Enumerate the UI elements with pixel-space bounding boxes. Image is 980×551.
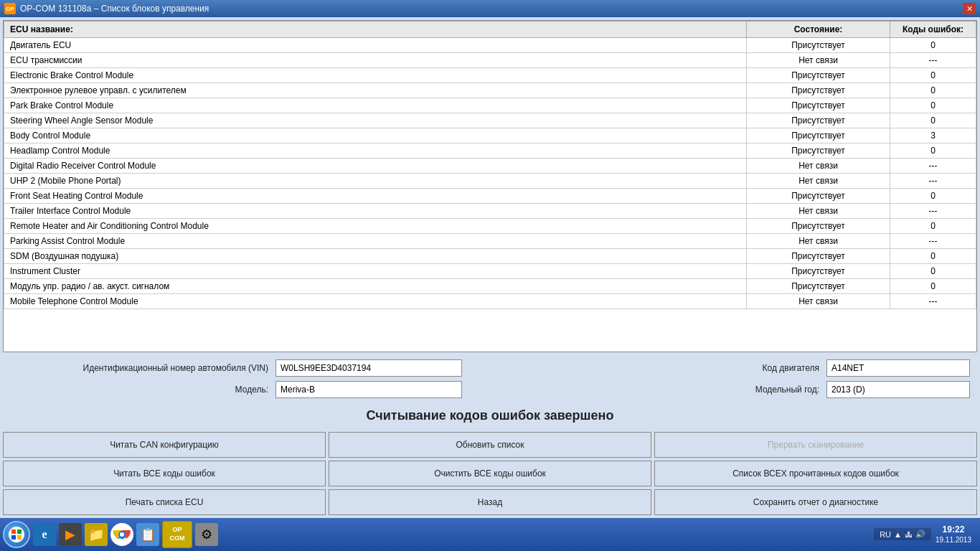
all-read-errors-button[interactable]: Список ВСЕХ прочитанных кодов ошибок: [654, 461, 977, 486]
file-manager-icon[interactable]: 📋: [136, 523, 159, 546]
ecu-table-container: ECU название: Состояние: Коды ошибок: Дв…: [3, 20, 977, 352]
ecu-errors-cell: 0: [890, 249, 976, 264]
clock-time: 19:22: [936, 524, 971, 536]
ecu-status-cell: Нет связи: [747, 53, 890, 68]
ecu-status-cell: Присутствует: [747, 38, 890, 53]
table-row[interactable]: SDM (Воздушная подушка)Присутствует0: [4, 249, 976, 264]
read-can-button[interactable]: Читать CAN конфигурацию: [3, 432, 326, 458]
ecu-errors-cell: 3: [890, 128, 976, 143]
stop-scan-button[interactable]: Прервать сканирование: [654, 432, 977, 458]
media-player-icon[interactable]: ▶: [59, 523, 82, 546]
ecu-errors-cell: ---: [890, 294, 976, 309]
table-row[interactable]: Electronic Brake Control ModuleПрисутств…: [4, 68, 976, 83]
app-icon: OP: [4, 3, 16, 14]
ecu-status-cell: Присутствует: [747, 219, 890, 234]
ecu-name-cell: Двигатель ECU: [4, 38, 747, 53]
print-ecu-button[interactable]: Печать списка ECU: [3, 489, 326, 515]
main-content: ECU название: Состояние: Коды ошибок: Дв…: [0, 17, 980, 432]
table-row[interactable]: UHP 2 (Mobile Phone Portal)Нет связи---: [4, 174, 976, 189]
svg-point-7: [120, 532, 124, 537]
close-button[interactable]: ✕: [963, 3, 976, 14]
info-row-vin: Идентификационный номер автомобиля (VIN)…: [10, 359, 970, 377]
ecu-status-cell: Присутствует: [747, 264, 890, 279]
model-year-input[interactable]: [826, 381, 970, 398]
ecu-name-cell: Remote Heater and Air Conditioning Contr…: [4, 219, 747, 234]
ecu-status-cell: Присутствует: [747, 113, 890, 128]
ecu-name-cell: UHP 2 (Mobile Phone Portal): [4, 174, 747, 189]
info-section: Идентификационный номер автомобиля (VIN)…: [3, 355, 977, 402]
ecu-errors-cell: 0: [890, 98, 976, 113]
table-row[interactable]: ECU трансмиссииНет связи---: [4, 53, 976, 68]
settings-icon[interactable]: ⚙: [195, 523, 218, 546]
ecu-name-cell: SDM (Воздушная подушка): [4, 249, 747, 264]
ecu-name-cell: Instrument Cluster: [4, 264, 747, 279]
table-row[interactable]: Park Brake Control ModuleПрисутствует0: [4, 98, 976, 113]
svg-rect-2: [11, 535, 16, 540]
clock: 19:22 19.11.2013: [936, 524, 971, 546]
ecu-name-cell: ECU трансмиссии: [4, 53, 747, 68]
read-all-errors-button[interactable]: Читать ВСЕ коды ошибок: [3, 461, 326, 486]
table-header-row: ECU название: Состояние: Коды ошибок:: [4, 22, 976, 38]
table-row[interactable]: Instrument ClusterПрисутствует0: [4, 264, 976, 279]
svg-rect-1: [17, 529, 22, 534]
op-com-taskbar-button[interactable]: OP COM: [162, 521, 192, 548]
ecu-errors-cell: ---: [890, 159, 976, 174]
model-input[interactable]: [275, 381, 462, 398]
ecu-name-cell: Parking Assist Control Module: [4, 234, 747, 249]
taskbar-right: RU ▲ 🖧 🔊 19:22 19.11.2013: [874, 524, 977, 546]
col-errors: Коды ошибок:: [890, 22, 976, 38]
vin-input[interactable]: [275, 359, 462, 377]
ecu-errors-cell: 0: [890, 264, 976, 279]
ecu-name-cell: Steering Wheel Angle Sensor Module: [4, 113, 747, 128]
ecu-status-cell: Нет связи: [747, 204, 890, 219]
svg-rect-0: [11, 529, 16, 534]
table-row[interactable]: Trailer Interface Control ModuleНет связ…: [4, 204, 976, 219]
clock-date: 19.11.2013: [936, 535, 971, 545]
table-row[interactable]: Front Seat Heating Control ModuleПрисутс…: [4, 189, 976, 204]
ecu-status-cell: Присутствует: [747, 83, 890, 98]
vin-label: Идентификационный номер автомобиля (VIN): [10, 363, 268, 373]
ecu-name-cell: Park Brake Control Module: [4, 98, 747, 113]
ecu-name-cell: Electronic Brake Control Module: [4, 68, 747, 83]
ecu-errors-cell: 0: [890, 113, 976, 128]
model-label: Модель:: [10, 385, 268, 395]
system-tray: RU ▲ 🖧 🔊: [874, 528, 931, 540]
ie-icon[interactable]: e: [33, 523, 56, 546]
back-button[interactable]: Назад: [329, 489, 651, 515]
table-row[interactable]: Headlamp Control ModuleПрисутствует0: [4, 143, 976, 159]
table-row[interactable]: Модуль упр. радио / ав. акуст. сигналомП…: [4, 279, 976, 294]
engine-code-input[interactable]: [826, 359, 970, 377]
language-indicator: RU: [880, 530, 891, 539]
table-row[interactable]: Remote Heater and Air Conditioning Contr…: [4, 219, 976, 234]
update-list-button[interactable]: Обновить список: [329, 432, 651, 458]
speaker-icon: 🔊: [915, 529, 925, 539]
taskbar-left: e ▶ 📁 📋 OP COM: [3, 521, 218, 548]
table-row[interactable]: Двигатель ECUПрисутствует0: [4, 38, 976, 53]
op-com-label: OP COM: [170, 526, 185, 542]
ecu-status-cell: Присутствует: [747, 68, 890, 83]
ecu-status-cell: Присутствует: [747, 279, 890, 294]
start-button[interactable]: [3, 521, 30, 548]
table-row[interactable]: Электронное рулевое управл. с усилителем…: [4, 83, 976, 98]
title-bar: OP OP-COM 131108а – Список блоков управл…: [0, 0, 980, 17]
ecu-status-cell: Нет связи: [747, 294, 890, 309]
chrome-icon[interactable]: [110, 523, 133, 546]
ecu-errors-cell: 0: [890, 68, 976, 83]
table-row[interactable]: Parking Assist Control ModuleНет связи--…: [4, 234, 976, 249]
ecu-name-cell: Электронное рулевое управл. с усилителем: [4, 83, 747, 98]
table-row[interactable]: Digital Radio Receiver Control ModuleНет…: [4, 159, 976, 174]
save-report-button[interactable]: Сохранить отчет о диагностике: [654, 489, 977, 515]
table-row[interactable]: Steering Wheel Angle Sensor ModuleПрисут…: [4, 113, 976, 128]
explorer-icon[interactable]: 📁: [85, 523, 108, 546]
ecu-status-cell: Присутствует: [747, 189, 890, 204]
ecu-status-cell: Присутствует: [747, 249, 890, 264]
ecu-status-cell: Нет связи: [747, 174, 890, 189]
table-row[interactable]: Body Control ModuleПрисутствует3: [4, 128, 976, 143]
title-bar-left: OP OP-COM 131108а – Список блоков управл…: [4, 3, 209, 14]
ecu-errors-cell: 0: [890, 143, 976, 159]
table-row[interactable]: Mobile Telephone Control ModuleНет связи…: [4, 294, 976, 309]
window-controls[interactable]: ✕: [963, 3, 976, 14]
network-icon: 🖧: [905, 530, 913, 539]
clear-all-errors-button[interactable]: Очистить ВСЕ коды ошибок: [329, 461, 651, 486]
ecu-name-cell: Body Control Module: [4, 128, 747, 143]
